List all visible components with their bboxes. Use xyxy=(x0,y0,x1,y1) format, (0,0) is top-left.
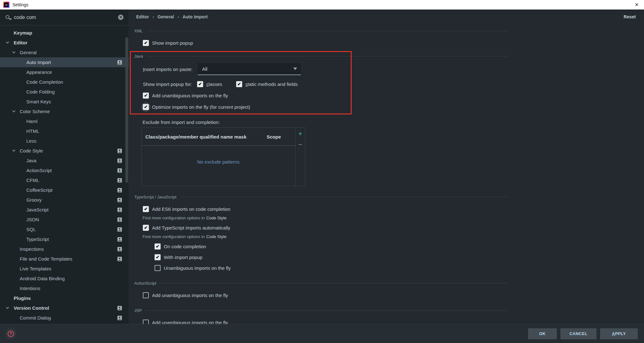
sidebar-item-general[interactable]: General xyxy=(0,48,129,57)
xml-show-import-popup-row: ✔ Show import popup xyxy=(129,39,644,47)
sidebar-item-sql[interactable]: SQL xyxy=(0,224,129,234)
sidebar-item-label: Version Control xyxy=(14,305,49,311)
shared-settings-icon xyxy=(117,306,122,311)
sidebar-item-intentions[interactable]: Intentions xyxy=(0,283,129,293)
help-icon: ? xyxy=(8,331,14,337)
unambiguous-imports-ts-checkbox[interactable] xyxy=(155,265,161,271)
static-methods-checkbox[interactable]: ✔ xyxy=(236,81,242,87)
checkbox-label: Optimize imports on the fly (for current… xyxy=(152,104,250,110)
shared-settings-icon xyxy=(117,197,122,203)
sidebar-item-plugins[interactable]: Plugins xyxy=(0,293,129,303)
add-unambiguous-jsp-checkbox[interactable] xyxy=(143,320,149,324)
insert-imports-dropdown[interactable]: All xyxy=(198,63,301,75)
breadcrumb-separator: › xyxy=(177,14,179,19)
sidebar-item-groovy[interactable]: Groovy xyxy=(0,195,129,205)
optimize-imports-row: ✔ Optimize imports on the fly (for curre… xyxy=(129,103,644,111)
window-close-button[interactable]: ✕ xyxy=(629,0,644,10)
dropdown-arrow-icon xyxy=(293,68,297,70)
sidebar-item-label: Appearance xyxy=(26,69,52,75)
sidebar-item-code-style[interactable]: Code Style xyxy=(0,146,129,156)
cancel-button[interactable]: CANCEL xyxy=(561,328,596,339)
shared-settings-icon xyxy=(117,315,122,320)
chevron-down-icon[interactable] xyxy=(6,306,9,309)
search-clear-icon[interactable]: ✕ xyxy=(118,15,123,20)
sidebar-item-label: Code Folding xyxy=(26,89,55,94)
checkbox-label: Unambiguous imports on the fly xyxy=(164,265,231,271)
sidebar-item-smart-keys[interactable]: Smart Keys xyxy=(0,97,129,107)
sidebar-item-label: Less xyxy=(26,138,37,144)
add-typescript-imports-checkbox[interactable]: ✔ xyxy=(143,225,149,231)
sidebar-item-keymap[interactable]: Keymap xyxy=(0,28,129,38)
reset-link[interactable]: Reset xyxy=(624,14,636,19)
sidebar-item-javascript[interactable]: JavaScript xyxy=(0,205,129,215)
sidebar-item-code-folding[interactable]: Code Folding xyxy=(0,87,129,97)
sidebar-item-haml[interactable]: Haml xyxy=(0,116,129,126)
on-code-completion-checkbox[interactable]: ✔ xyxy=(155,243,161,249)
chevron-down-icon[interactable] xyxy=(12,149,16,152)
sidebar-item-file-and-code-templates[interactable]: File and Code Templates xyxy=(0,254,129,264)
add-unambiguous-java-checkbox[interactable]: ✔ xyxy=(143,93,149,99)
chevron-down-icon[interactable] xyxy=(6,41,9,44)
sidebar-item-typescript[interactable]: TypeScript xyxy=(0,234,129,244)
breadcrumb-general[interactable]: General xyxy=(157,14,174,19)
chevron-down-icon[interactable] xyxy=(12,109,16,113)
sidebar-item-auto-import[interactable]: Auto Import xyxy=(0,57,129,67)
section-xml: XML ✔ Show import popup xyxy=(129,28,644,47)
insert-imports-label: Insert imports on paste: xyxy=(143,67,193,72)
sidebar-item-inspections[interactable]: Inspections xyxy=(0,244,129,254)
search-options-chevron-icon xyxy=(10,18,12,20)
checkbox-label: Add unambiguous imports on the fly xyxy=(152,320,228,324)
code-style-link[interactable]: Code Style xyxy=(206,234,227,239)
with-import-popup-checkbox[interactable]: ✔ xyxy=(155,254,161,260)
optimize-imports-checkbox[interactable]: ✔ xyxy=(143,104,149,110)
settings-tree: Keymap Editor General Auto Import Appear… xyxy=(0,25,129,323)
add-pattern-button[interactable]: + xyxy=(298,130,302,137)
sidebar-scrollbar[interactable] xyxy=(125,37,128,183)
sidebar-item-actionscript[interactable]: ActionScript xyxy=(0,165,129,175)
add-unambiguous-actionscript-checkbox[interactable] xyxy=(143,292,149,298)
es6-imports-checkbox[interactable]: ✔ xyxy=(143,206,149,212)
sidebar-item-color-scheme[interactable]: Color Scheme xyxy=(0,107,129,116)
sidebar-item-commit-dialog[interactable]: Commit Dialog xyxy=(0,313,129,323)
sidebar-item-label: CFML xyxy=(26,178,39,183)
sidebar-item-java[interactable]: Java xyxy=(0,156,129,165)
sidebar-item-code-completion[interactable]: Code Completion xyxy=(0,77,129,87)
checkbox-label: Add unambiguous imports on the fly xyxy=(152,93,228,98)
breadcrumb-auto-import[interactable]: Auto Import xyxy=(183,14,208,19)
sidebar-item-label: Groovy xyxy=(26,197,42,203)
ok-button[interactable]: OK xyxy=(528,328,557,339)
find-more-hint: Find more configuration options inCode S… xyxy=(129,234,644,239)
sidebar-item-json[interactable]: JSON xyxy=(0,215,129,224)
xml-show-import-popup-checkbox[interactable]: ✔ xyxy=(143,40,149,46)
insert-imports-row: Insert imports on paste: All xyxy=(129,63,644,75)
section-jsp: JSP Add unambiguous imports on the fly xyxy=(129,307,644,324)
sidebar-item-label: Keymap xyxy=(14,30,32,36)
sidebar-item-label: JSON xyxy=(26,217,39,222)
section-title: TypeScript / JavaScript xyxy=(134,195,176,199)
shared-settings-icon xyxy=(117,237,122,242)
shared-settings-icon xyxy=(117,188,122,193)
section-typescript-javascript: TypeScript / JavaScript ✔ Add ES6 import… xyxy=(129,194,644,272)
column-header-scope: Scope xyxy=(267,134,281,139)
code-style-link[interactable]: Code Style xyxy=(206,216,227,220)
sidebar-item-version-control[interactable]: Version Control xyxy=(0,303,129,313)
sidebar-item-android-data-binding[interactable]: Android Data Binding xyxy=(0,274,129,283)
sidebar-item-appearance[interactable]: Appearance xyxy=(0,67,129,77)
sidebar-item-label: Editor xyxy=(14,40,27,45)
chevron-down-icon[interactable] xyxy=(12,50,16,54)
sidebar-item-cfml[interactable]: CFML xyxy=(0,175,129,185)
sidebar-item-coffeescript[interactable]: CoffeeScript xyxy=(0,185,129,195)
sidebar-item-html[interactable]: HTML xyxy=(0,126,129,136)
sidebar-item-live-templates[interactable]: Live Templates xyxy=(0,264,129,274)
remove-pattern-button[interactable]: − xyxy=(298,141,302,148)
breadcrumb-editor[interactable]: Editor xyxy=(136,14,149,19)
sidebar-item-less[interactable]: Less xyxy=(0,136,129,146)
sidebar-item-label: Color Scheme xyxy=(20,109,50,114)
help-button[interactable]: ? xyxy=(5,328,17,340)
sidebar-item-editor[interactable]: Editor xyxy=(0,38,129,48)
sidebar-item-label: ActionScript xyxy=(26,168,52,173)
apply-button[interactable]: APPLY xyxy=(600,328,638,339)
settings-content: Editor › General › Auto Import Reset XML… xyxy=(129,10,644,324)
search-input[interactable] xyxy=(14,15,118,20)
classes-checkbox[interactable]: ✔ xyxy=(197,81,203,87)
